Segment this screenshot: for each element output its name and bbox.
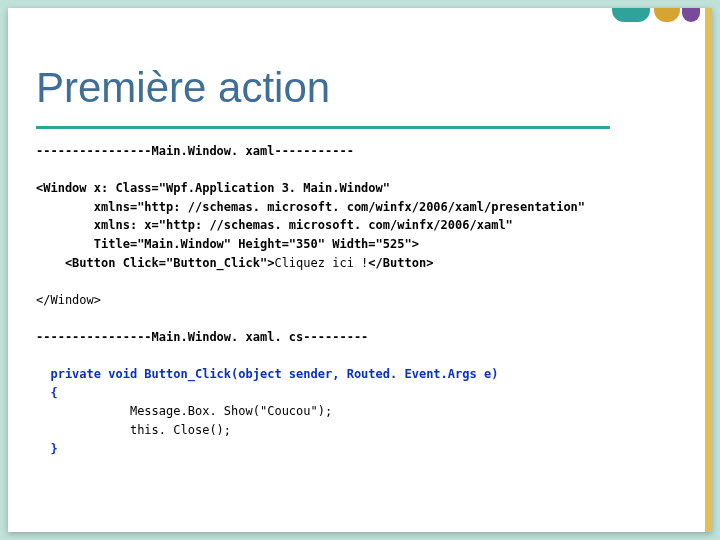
xaml-button-close: </Button> (368, 256, 433, 270)
separator-xaml: ----------------Main.Window. xaml-------… (36, 144, 354, 158)
cs-line-3: Message.Box. Show("Coucou"); (36, 404, 332, 418)
separator-cs: ----------------Main.Window. xaml. cs---… (36, 330, 368, 344)
cs-line-1a: private void Button_Click(object sender, (36, 367, 347, 381)
swatch-teal (612, 8, 650, 22)
slide-title: Première action (36, 64, 330, 112)
slide: Première action ----------------Main.Win… (8, 8, 712, 532)
xaml-button-text: Cliquez ici ! (274, 256, 368, 270)
xaml-window-close: </Window> (36, 293, 101, 307)
code-block: ----------------Main.Window. xaml-------… (36, 142, 690, 458)
cs-line-4: this. Close(); (36, 423, 231, 437)
xaml-line-2: xmlns="http: //schemas. microsoft. com/w… (36, 200, 585, 214)
corner-decoration (574, 8, 694, 24)
cs-line-2: { (36, 386, 58, 400)
xaml-line-1: <Window x: Class="Wpf.Application 3. Mai… (36, 181, 390, 195)
title-underline (36, 126, 610, 129)
right-border-accent (705, 8, 712, 532)
xaml-button-open: <Button Click="Button_Click"> (36, 256, 274, 270)
xaml-line-4: Title="Main.Window" Height="350" Width="… (36, 237, 419, 251)
xaml-line-3: xmlns: x="http: //schemas. microsoft. co… (36, 218, 513, 232)
swatch-purple (682, 8, 700, 22)
swatch-gold (654, 8, 680, 22)
cs-line-5: } (36, 442, 58, 456)
cs-line-1b: Routed. Event.Args e) (347, 367, 499, 381)
